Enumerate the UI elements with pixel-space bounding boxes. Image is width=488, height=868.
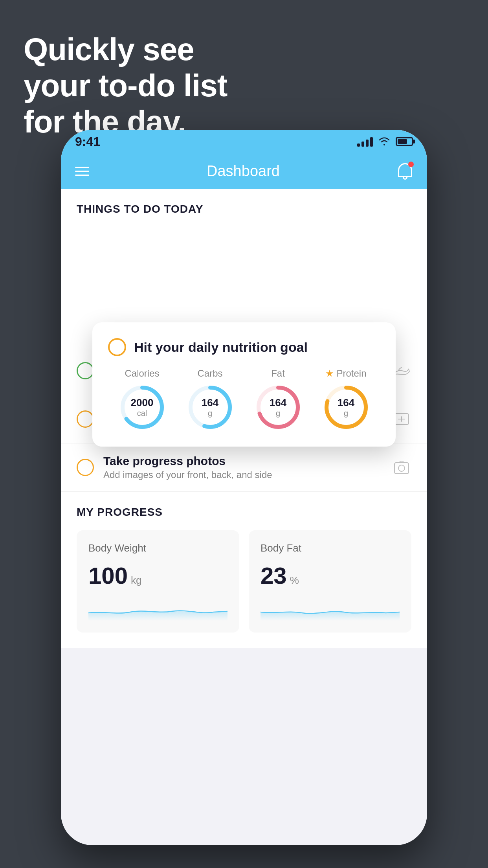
status-bar: 9:41 [61, 130, 427, 153]
carbs-unit: g [202, 409, 218, 418]
nutrition-card-title: Hit your daily nutrition goal [134, 340, 308, 355]
protein-chart: 164 g [323, 384, 370, 431]
status-icons [357, 136, 413, 147]
photos-subtitle: Add images of your front, back, and side [103, 469, 382, 480]
things-to-do-heading: THINGS TO DO TODAY [61, 189, 427, 225]
todo-item-photos[interactable]: Take progress photos Add images of your … [61, 443, 427, 492]
phone-mockup: 9:41 Dashboard THINGS TO DO [61, 130, 427, 845]
calories-item: Calories 2000 cal [119, 368, 166, 431]
carbs-label: Carbs [197, 368, 222, 379]
fat-label: Fat [271, 368, 285, 379]
carbs-item: Carbs 164 g [187, 368, 234, 431]
status-time: 9:41 [75, 134, 100, 149]
signal-icon [357, 136, 373, 147]
nutrition-card: Hit your daily nutrition goal Calories 2… [92, 322, 396, 447]
protein-label: ★ Protein [325, 368, 366, 379]
body-weight-label: Body Weight [88, 542, 227, 554]
progress-heading: MY PROGRESS [77, 506, 411, 519]
carbs-chart: 164 g [187, 384, 234, 431]
progress-section: MY PROGRESS Body Weight 100 kg [61, 492, 427, 648]
protein-value: 164 [338, 397, 354, 409]
body-weight-card[interactable]: Body Weight 100 kg [77, 530, 239, 633]
app-content: THINGS TO DO TODAY Hit your daily nutrit… [61, 189, 427, 648]
carbs-value: 164 [202, 397, 218, 409]
body-fat-label: Body Fat [261, 542, 400, 554]
body-weight-value: 100 [88, 562, 128, 589]
protein-item: ★ Protein 164 g [323, 368, 370, 431]
fat-chart: 164 g [255, 384, 302, 431]
photo-icon [392, 458, 411, 477]
body-fat-unit: % [290, 574, 299, 587]
svg-rect-9 [394, 463, 409, 474]
nutrition-goal-checkbox[interactable] [108, 338, 126, 356]
calories-chart: 2000 cal [119, 384, 166, 431]
app-header: Dashboard [61, 153, 427, 189]
fat-unit: g [270, 409, 286, 418]
header-title: Dashboard [207, 163, 280, 180]
progress-cards: Body Weight 100 kg [77, 530, 411, 633]
running-checkbox[interactable] [77, 362, 94, 379]
body-weight-unit: kg [131, 574, 141, 587]
protein-unit: g [338, 409, 354, 418]
body-stats-checkbox[interactable] [77, 410, 94, 428]
battery-icon [396, 137, 413, 146]
fat-value: 164 [270, 397, 286, 409]
star-icon: ★ [325, 368, 334, 379]
photos-title: Take progress photos [103, 454, 382, 468]
calories-value: 2000 [131, 397, 154, 409]
body-fat-card[interactable]: Body Fat 23 % [249, 530, 411, 633]
svg-point-10 [398, 465, 405, 471]
body-weight-chart [88, 597, 227, 621]
fat-item: Fat 164 g [255, 368, 302, 431]
nutrition-row: Calories 2000 cal Carbs [108, 368, 380, 431]
calories-unit: cal [131, 409, 154, 418]
wifi-icon [378, 137, 390, 146]
body-fat-value: 23 [261, 562, 287, 589]
photos-checkbox[interactable] [77, 459, 94, 476]
calories-label: Calories [125, 368, 159, 379]
body-fat-chart [261, 597, 400, 621]
menu-button[interactable] [75, 167, 89, 176]
headline-text: Quickly see your to-do list for the day. [24, 31, 227, 140]
notification-bell-button[interactable] [397, 162, 413, 180]
